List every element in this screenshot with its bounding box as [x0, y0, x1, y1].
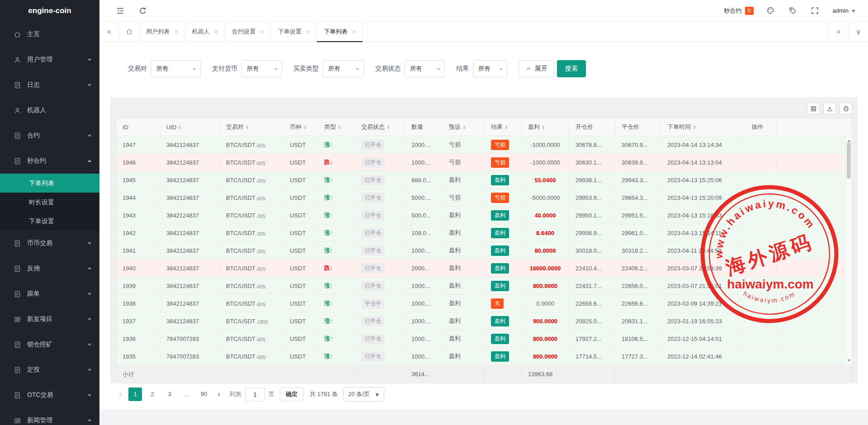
sidebar-item-coin-trade[interactable]: 币币交易 [0, 231, 99, 256]
column-header-profit[interactable]: 盈利 [522, 118, 569, 136]
theme-palette-icon[interactable] [766, 6, 775, 15]
print-button[interactable] [840, 103, 852, 114]
sidebar-item-follow-order[interactable]: 跟单 [0, 281, 99, 307]
pair-suffix: -30S [256, 249, 265, 254]
close-icon[interactable]: × [260, 28, 264, 35]
submenu-item-order-list[interactable]: 下单列表 [0, 174, 99, 193]
type-up: 涨↑ [324, 194, 333, 202]
submenu-item-order-settings[interactable]: 下单设置 [0, 212, 99, 231]
tab-robot[interactable]: 机器人× [185, 22, 226, 42]
cell-close: 17727.3... [615, 348, 661, 365]
cell-op [739, 136, 777, 153]
cell-filler [777, 242, 845, 259]
sort-icon[interactable] [387, 124, 390, 131]
refresh-icon[interactable] [138, 6, 147, 15]
tag-icon[interactable] [788, 6, 797, 15]
next-page-button[interactable]: › [214, 390, 223, 399]
page-size-select[interactable]: 20 条/页 ∨ [343, 387, 384, 401]
tab-user-list[interactable]: 用户列表× [139, 22, 185, 42]
close-icon[interactable]: × [352, 28, 356, 35]
tab-order-list[interactable]: 下单列表× [317, 22, 363, 42]
column-header-time[interactable]: 下单时间 [661, 118, 739, 136]
sidebar-item-otc-trade[interactable]: OTC交易 [0, 382, 99, 408]
tab-order-settings[interactable]: 下单设置× [271, 22, 317, 42]
cell-preset: 盈利 [443, 295, 485, 312]
sidebar-item-contract[interactable]: 合约 [0, 123, 99, 148]
home-tab[interactable] [119, 22, 139, 42]
sort-desc-icon [463, 128, 466, 131]
filter-pay-currency-select[interactable]: 所有 [241, 60, 282, 77]
tab-contract-settings[interactable]: 合约设置× [225, 22, 271, 42]
user-menu[interactable]: admin [833, 7, 855, 14]
confirm-button[interactable]: 确定 [280, 387, 303, 401]
column-header-status[interactable]: 交易状态 [355, 118, 405, 136]
sidebar-item-logs[interactable]: 日志 [0, 72, 99, 98]
sort-icon[interactable] [463, 124, 466, 131]
profit-value: 80.0000 [535, 247, 556, 254]
cell-uid: 3842124837 [160, 260, 220, 277]
sidebar-item-second-contract[interactable]: 秒合约 [0, 148, 99, 174]
search-button[interactable]: 搜索 [557, 60, 586, 77]
close-icon[interactable]: × [215, 28, 218, 35]
column-header-pair[interactable]: 交易对 [220, 118, 283, 136]
cell-uid: 3842124837 [160, 242, 220, 259]
sidebar-item-new-projects[interactable]: 新发项目 [0, 307, 99, 332]
filter-trade-pair-select[interactable]: 所有 [151, 60, 201, 77]
close-icon[interactable]: × [175, 28, 178, 35]
sidebar-item-lock-mining[interactable]: 锁仓挖矿 [0, 332, 99, 357]
cell-op [739, 260, 777, 277]
column-header-preset[interactable]: 预设 [443, 118, 485, 136]
filter-buy-sell-type-select[interactable]: 所有 [323, 60, 364, 77]
column-header-coin[interactable]: 币种 [283, 118, 318, 136]
column-header-uid[interactable]: UID [160, 118, 220, 136]
prev-page-button[interactable]: ‹ [116, 390, 125, 399]
sort-icon[interactable] [246, 124, 249, 131]
sort-icon[interactable] [693, 124, 696, 131]
sidebar-item-auto-invest[interactable]: 定投 [0, 357, 99, 382]
filter-result-select[interactable]: 所有 [473, 60, 507, 77]
cell-uid: 7847007283 [160, 348, 220, 365]
column-header-type[interactable]: 类型 [318, 118, 355, 136]
table-scrollbar[interactable] [845, 136, 852, 365]
sidebar-item-home[interactable]: 主页 [0, 22, 99, 47]
pair-value: BTC/USDT [226, 318, 255, 325]
sort-icon[interactable] [304, 124, 307, 131]
sort-icon[interactable] [179, 124, 181, 131]
sort-icon[interactable] [505, 124, 508, 131]
cell-type: 跌↓ [318, 154, 355, 171]
table-row: 19443842124837BTC/USDT-60SUSDT涨↑已平仓5000.… [116, 189, 845, 207]
column-header-result[interactable]: 结果 [485, 118, 522, 136]
column-grid-button[interactable] [807, 103, 820, 114]
sort-icon[interactable] [542, 124, 545, 131]
expand-button[interactable]: 展开 [519, 60, 554, 77]
submenu-item-duration-settings[interactable]: 时长设置 [0, 193, 99, 212]
tab-actions-button[interactable]: ∨ [848, 22, 868, 42]
page-button-1[interactable]: 1 [128, 387, 142, 401]
page-button-2[interactable]: 2 [146, 387, 159, 401]
column-grid-icon [810, 105, 817, 112]
cell-close: 29961.0... [615, 224, 661, 241]
scroll-up-icon[interactable] [847, 138, 851, 142]
sidebar-item-rebate[interactable]: 反佣 [0, 256, 99, 281]
fullscreen-icon[interactable] [811, 6, 819, 15]
close-icon[interactable]: × [307, 28, 310, 35]
scroll-tabs-right-button[interactable]: » [828, 22, 848, 42]
sidebar-item-label: 日志 [27, 81, 88, 89]
menu-fold-icon[interactable] [116, 6, 125, 15]
filter-trade-status-select[interactable]: 所有 [405, 60, 445, 77]
page-button-90[interactable]: 90 [197, 387, 211, 401]
sidebar-item-user-manage[interactable]: 用户管理 [0, 47, 99, 72]
sidebar-item-robot[interactable]: 机器人 [0, 98, 99, 123]
doc-icon [14, 290, 21, 298]
scroll-down-icon[interactable] [847, 359, 851, 364]
goto-page-input[interactable] [245, 387, 265, 401]
column-label: 交易状态 [361, 123, 385, 131]
sidebar-item-news-manage[interactable]: 新闻管理 [0, 408, 99, 425]
download-button[interactable] [823, 103, 836, 114]
sort-icon[interactable] [338, 124, 341, 131]
page-button-3[interactable]: 3 [163, 387, 176, 401]
collapse-tabs-button[interactable]: « [99, 22, 119, 42]
scrollbar-thumb[interactable] [847, 142, 851, 179]
cell-id: 1944 [116, 189, 160, 206]
pending-counter[interactable]: 秒合约 0 [724, 7, 754, 15]
